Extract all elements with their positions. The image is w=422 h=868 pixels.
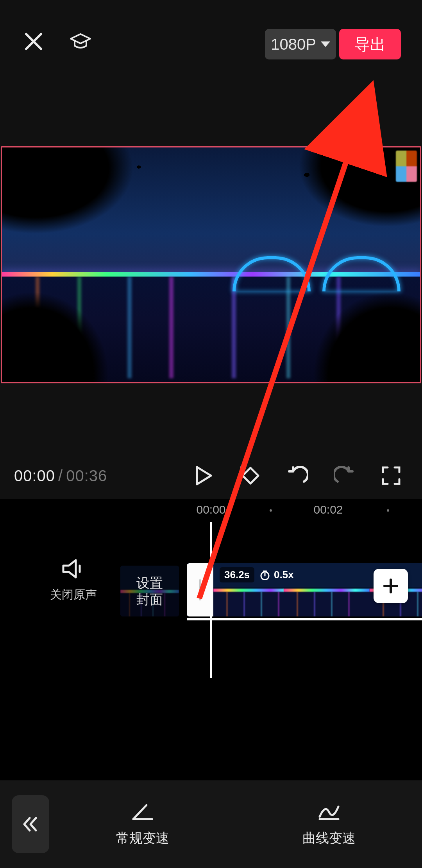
curve-speed-tool[interactable]: 曲线变速 — [236, 801, 422, 847]
redo-icon — [334, 466, 355, 485]
close-icon — [24, 32, 43, 51]
speaker-icon — [61, 558, 86, 580]
ruler-tick — [387, 509, 389, 512]
preview-overlay-badge — [396, 151, 417, 182]
curve-speed-icon — [317, 801, 341, 821]
bottom-toolbar: 常规变速 曲线变速 — [0, 780, 422, 868]
curve-speed-label: 曲线变速 — [302, 829, 356, 847]
clip-selection-underline — [187, 618, 422, 620]
close-button[interactable] — [23, 31, 45, 52]
play-icon — [195, 465, 213, 486]
set-cover-label: 设置 封面 — [136, 575, 163, 607]
add-keyframe-icon — [240, 465, 261, 487]
transport-bar: 00:00/00:36 — [0, 452, 422, 499]
current-time: 00:00 — [14, 467, 55, 484]
undo-button[interactable] — [281, 459, 314, 492]
toolbar-back-button[interactable] — [12, 795, 49, 853]
ruler-mark: 00:02 — [313, 503, 343, 516]
preview-frame-image — [2, 147, 420, 382]
resolution-dropdown[interactable]: 1080P — [265, 29, 336, 59]
chevrons-left-icon — [21, 815, 40, 834]
redo-button[interactable] — [327, 459, 361, 492]
tutorial-button[interactable] — [69, 31, 92, 54]
chevron-down-icon — [321, 41, 330, 47]
clip-trim-handle-left[interactable] — [187, 563, 213, 616]
clip-duration-chip: 36.2s — [220, 567, 254, 582]
plus-icon — [382, 577, 399, 595]
mute-original-audio[interactable]: 关闭原声 — [50, 558, 97, 603]
graduation-cap-icon — [69, 32, 92, 52]
total-duration: 00:36 — [66, 467, 107, 484]
add-clip-button[interactable] — [374, 569, 408, 603]
fullscreen-icon — [381, 466, 401, 485]
stopwatch-icon — [260, 570, 270, 580]
export-label: 导出 — [354, 34, 386, 55]
video-preview[interactable] — [1, 146, 421, 383]
ruler-mark: 00:00 — [196, 503, 225, 516]
normal-speed-label: 常规变速 — [116, 829, 169, 847]
preview-area: 00:00/00:36 — [0, 78, 422, 499]
mute-label: 关闭原声 — [50, 587, 97, 603]
undo-icon — [287, 466, 308, 485]
resolution-label: 1080P — [271, 36, 316, 53]
time-display: 00:00/00:36 — [14, 467, 107, 485]
timeline[interactable]: 00:00 00:02 关闭原声 设置 封面 36.2s 0.5x — [0, 499, 422, 780]
timeline-ruler: 00:00 00:02 — [0, 503, 422, 522]
playhead[interactable] — [210, 522, 212, 678]
top-bar: 1080P 导出 — [0, 0, 422, 78]
time-separator: / — [58, 467, 63, 484]
normal-speed-tool[interactable]: 常规变速 — [49, 801, 236, 847]
normal-speed-icon — [131, 801, 154, 821]
export-button[interactable]: 导出 — [339, 29, 401, 59]
fullscreen-button[interactable] — [374, 459, 408, 492]
play-button[interactable] — [187, 459, 220, 492]
ruler-tick — [270, 509, 272, 512]
clip-speed-chip: 0.5x — [260, 567, 294, 582]
set-cover-button[interactable]: 设置 封面 — [120, 566, 179, 616]
keyframe-button[interactable] — [234, 459, 267, 492]
